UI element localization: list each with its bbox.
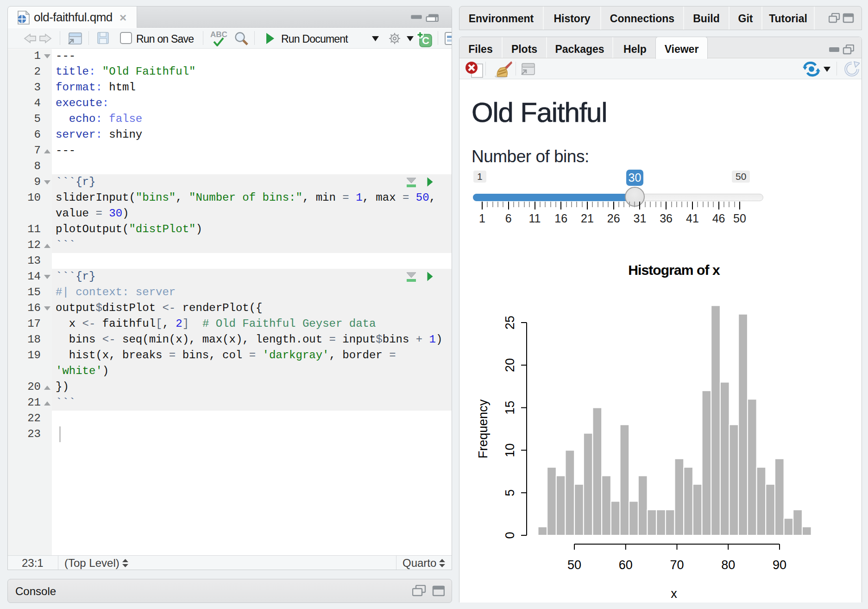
svg-text:15: 15 xyxy=(503,401,517,415)
svg-text:25: 25 xyxy=(503,316,517,330)
svg-text:Histogram of x: Histogram of x xyxy=(628,262,720,278)
svg-text:50: 50 xyxy=(567,558,581,572)
svg-text:80: 80 xyxy=(721,558,735,572)
svg-text:5: 5 xyxy=(503,489,517,496)
svg-text:x: x xyxy=(671,587,677,601)
svg-text:70: 70 xyxy=(670,558,684,572)
svg-text:10: 10 xyxy=(503,443,517,457)
svg-text:90: 90 xyxy=(773,558,786,572)
svg-text:60: 60 xyxy=(619,558,633,572)
svg-text:Frequency: Frequency xyxy=(476,399,490,458)
svg-text:0: 0 xyxy=(503,532,517,539)
svg-text:20: 20 xyxy=(503,358,517,372)
